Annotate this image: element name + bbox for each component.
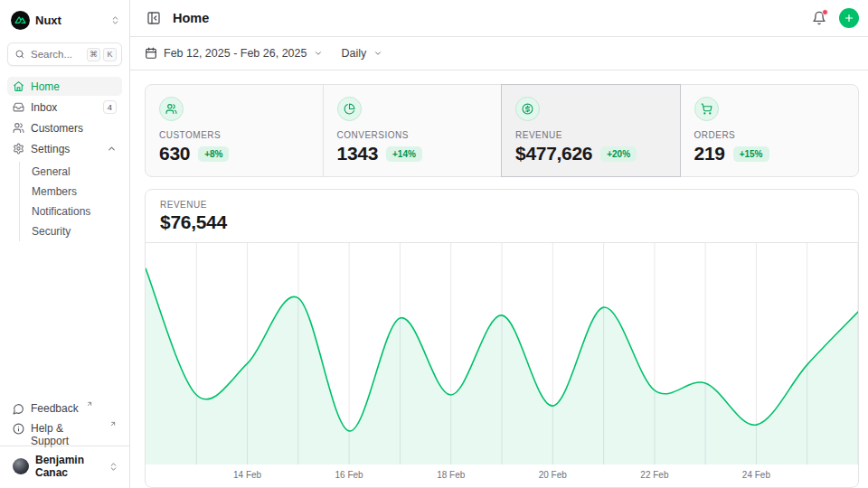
sidebar-item-home[interactable]: Home (7, 77, 122, 96)
stat-card-orders[interactable]: ORDERS 219 +15% (680, 84, 860, 177)
sidebar-item-label: Inbox (31, 101, 57, 114)
sidebar-spacer (7, 241, 122, 399)
filters-toolbar: Feb 12, 2025 - Feb 26, 2025 Daily (130, 37, 868, 70)
date-range-label: Feb 12, 2025 - Feb 26, 2025 (164, 47, 307, 60)
search-icon (14, 49, 25, 60)
area-chart-svg: 14 Feb16 Feb18 Feb20 Feb22 Feb24 Feb (146, 243, 858, 485)
x-axis-tick: 22 Feb (640, 470, 669, 480)
dollar-icon (515, 97, 540, 121)
user-name: Benjamin Canac (35, 454, 102, 479)
sidebar-footer-links: Feedback Help & Support (7, 399, 122, 444)
chevron-up-icon (107, 144, 117, 154)
plus-icon (844, 13, 854, 23)
avatar (13, 458, 29, 474)
stat-value: 1343 (337, 143, 379, 164)
chevron-down-icon (314, 49, 323, 58)
page-title: Home (173, 11, 209, 25)
stat-value: $477,626 (515, 143, 592, 164)
chevron-down-icon (373, 49, 382, 58)
sidebar-nav: Home Inbox4 Customers SettingsGeneralMem… (7, 77, 122, 241)
gear-icon (13, 143, 24, 155)
page-header: Home (130, 0, 868, 37)
stat-label: CUSTOMERS (159, 130, 309, 140)
chevrons-up-down-icon (110, 15, 120, 25)
stat-card-customers[interactable]: CUSTOMERS 630 +8% (145, 84, 324, 177)
kbd-shortcut: ⌘ (87, 48, 100, 61)
inbox-count-badge: 4 (103, 100, 117, 114)
inbox-icon (13, 101, 24, 113)
search-kbd-group: ⌘K (87, 48, 117, 61)
sidebar-item-settings[interactable]: Settings (7, 139, 122, 158)
stat-value: 630 (159, 143, 190, 164)
sidebar-subitem-general[interactable]: General (20, 162, 122, 182)
kbd-shortcut: K (103, 48, 117, 61)
stat-delta-badge: +8% (198, 146, 229, 162)
chart-title: REVENUE (160, 200, 844, 210)
sidebar-link-help-support[interactable]: Help & Support (7, 419, 122, 438)
panel-left-close-icon (146, 11, 161, 25)
chart-header: REVENUE $76,544 (146, 190, 858, 243)
main-area: Home Feb 12, 2025 - Feb 26, 2025 (130, 0, 868, 488)
stats-row: CUSTOMERS 630 +8% CONVERSIONS 1343 (145, 84, 859, 177)
stat-label: CONVERSIONS (337, 130, 488, 140)
home-icon (13, 80, 24, 92)
add-button[interactable] (839, 8, 859, 28)
external-link-icon (86, 400, 93, 408)
search-input[interactable]: Search... ⌘K (7, 42, 122, 66)
x-axis-labels: 14 Feb16 Feb18 Feb20 Feb22 Feb24 Feb (233, 470, 770, 480)
x-axis-tick: 16 Feb (335, 470, 364, 480)
sidebar-link-feedback[interactable]: Feedback (7, 399, 122, 418)
nuxt-logo-icon (11, 11, 30, 30)
sidebar-item-customers[interactable]: Customers (7, 118, 122, 137)
notifications-button[interactable] (808, 7, 830, 29)
stat-card-revenue[interactable]: REVENUE $477,626 +20% (501, 84, 681, 177)
revenue-area-chart[interactable]: 14 Feb16 Feb18 Feb20 Feb22 Feb24 Feb (146, 243, 858, 487)
info-icon (13, 423, 24, 435)
settings-submenu: GeneralMembersNotificationsSecurity (19, 162, 122, 241)
x-axis-tick: 18 Feb (437, 470, 466, 480)
period-select[interactable]: Daily (341, 47, 382, 60)
calendar-icon (145, 47, 157, 60)
footer-link-label: Feedback (31, 402, 79, 415)
revenue-chart-card: REVENUE $76,544 14 Feb16 Feb18 Feb20 Feb… (145, 189, 859, 488)
date-range-picker[interactable]: Feb 12, 2025 - Feb 26, 2025 (145, 47, 323, 60)
stat-label: REVENUE (515, 130, 666, 140)
pie-icon (337, 97, 362, 121)
workspace-switcher[interactable]: Nuxt (7, 7, 122, 31)
notification-dot (822, 9, 828, 15)
sidebar-item-inbox[interactable]: Inbox4 (7, 98, 122, 117)
message-icon (13, 403, 24, 415)
workspace-name: Nuxt (35, 14, 61, 27)
stat-card-conversions[interactable]: CONVERSIONS 1343 +14% (323, 84, 503, 177)
cart-icon (694, 97, 719, 121)
users-icon (159, 97, 184, 121)
chevrons-up-down-icon (108, 462, 118, 472)
search-placeholder: Search... (31, 49, 72, 60)
page-content: CUSTOMERS 630 +8% CONVERSIONS 1343 (130, 70, 868, 488)
x-axis-tick: 14 Feb (233, 470, 262, 480)
x-axis-tick: 20 Feb (539, 470, 568, 480)
sidebar-subitem-security[interactable]: Security (20, 221, 122, 241)
stat-delta-badge: +20% (600, 146, 637, 162)
chart-total-value: $76,544 (160, 211, 844, 233)
stat-value: 219 (694, 143, 725, 164)
sidebar-subitem-members[interactable]: Members (20, 182, 122, 202)
user-menu[interactable]: Benjamin Canac (7, 446, 122, 481)
stat-label: ORDERS (694, 130, 845, 140)
footer-link-label: Help & Support (31, 422, 102, 447)
stat-delta-badge: +14% (386, 146, 422, 162)
external-link-icon (109, 420, 117, 427)
users-icon (13, 122, 24, 134)
collapse-sidebar-button[interactable] (143, 7, 165, 29)
sidebar: Nuxt Search... ⌘K Home Inbox4 Customers … (0, 0, 130, 488)
period-label: Daily (341, 47, 366, 60)
sidebar-subitem-notifications[interactable]: Notifications (20, 202, 122, 221)
sidebar-item-label: Settings (31, 143, 70, 155)
stat-delta-badge: +15% (733, 146, 769, 162)
sidebar-item-label: Home (31, 80, 60, 93)
sidebar-item-label: Customers (31, 122, 83, 135)
x-axis-tick: 24 Feb (742, 470, 771, 480)
